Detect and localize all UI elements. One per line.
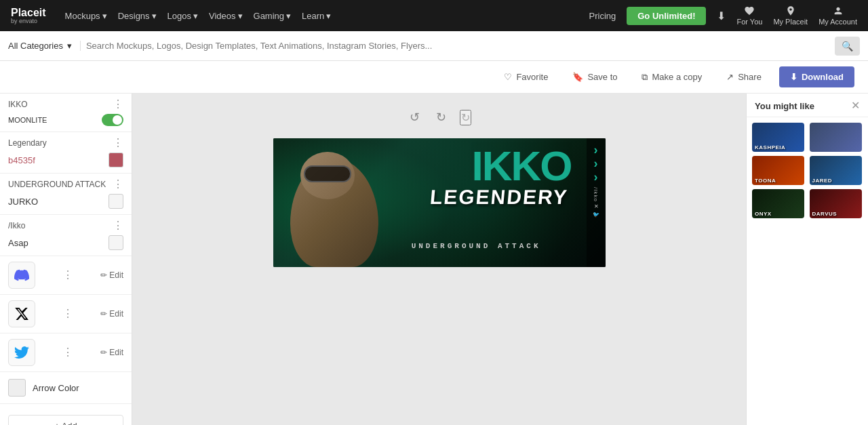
more-options-ikko[interactable]: ⋮ [113,99,123,110]
arrow-color-swatch[interactable] [8,379,26,397]
edit-twitter[interactable]: ✏ Edit [100,348,123,357]
bookmark-icon: 🔖 [572,72,583,82]
font-row-ikko: MOONLITE [8,114,123,126]
go-unlimited-button[interactable]: Go Unlimited! [627,7,706,25]
nav-right: Pricing Go Unlimited! ⬇ For You My Place… [589,5,858,26]
canvas-area: ↺ ↻ ↻ IKKO LEGENDERY UNDERGROUND ATTACK … [132,94,746,425]
nav-learn[interactable]: Learn ▾ [302,11,331,21]
share-button[interactable]: ↗ Share [719,68,768,86]
logo[interactable]: Placeit by envato [11,7,46,24]
pricing-link[interactable]: Pricing [589,11,616,21]
heart-icon [744,5,755,16]
download-icon: ⬇ [790,72,797,82]
search-bar: All Categories ▾ 🔍 [0,31,868,61]
font-asap: Asap [8,238,28,248]
panel-section-ikko2: /Ikko ⋮ Asap [0,215,132,256]
download-icon[interactable]: ⬇ [717,9,726,22]
logo-name: Placeit [11,7,46,18]
heart-icon: ♡ [504,72,512,82]
search-input[interactable] [86,41,829,51]
chevron-down-icon: ▾ [286,11,291,21]
add-button[interactable]: + Add [8,415,123,425]
download-button[interactable]: ⬇ Download [779,66,854,87]
thumb-label-4: JARED [812,178,833,184]
more-options-twitter[interactable]: ⋮ [62,347,73,358]
favorite-button[interactable]: ♡ Favorite [497,68,555,86]
nav-mockups[interactable]: Mockups ▾ [65,11,107,21]
redo-button[interactable]: ↻ [433,107,449,127]
pencil-icon: ✏ [100,309,107,319]
category-select[interactable]: All Categories ▾ [8,41,81,51]
chevron-down-icon: ▾ [152,11,157,21]
thumbnail-kashpeia[interactable]: KASHPEIA [752,123,804,152]
discord-icon [14,268,29,283]
edit-x[interactable]: ✏ Edit [100,309,123,319]
refresh-button[interactable]: ↻ [460,110,471,125]
arrow-color-label: Arrow Color [33,383,79,393]
section-header-legendary: Legendary ⋮ [8,138,123,148]
more-options-ikko2[interactable]: ⋮ [113,220,123,231]
canvas-title-legendery: LEGENDERY [429,186,569,209]
chevron-down-icon: ▾ [238,11,243,21]
more-options-legendary[interactable]: ⋮ [113,138,123,148]
nav-videos[interactable]: Videos ▾ [209,11,243,21]
section-header-underground: UNDERGROUND ATTACK ⋮ [8,179,123,190]
thumbnail-jared[interactable]: JARED [810,156,862,185]
nav-logos[interactable]: Logos ▾ [167,11,198,21]
color-swatch-ikko2[interactable] [108,235,123,250]
undo-button[interactable]: ↺ [407,107,422,127]
section-title-ikko: IKKO [8,100,28,109]
color-swatch-legendary[interactable] [108,153,123,167]
close-right-panel-button[interactable]: ✕ [851,100,860,111]
twitter-icon-wrap[interactable] [8,339,35,366]
arrow-chevron-3: › [594,171,598,183]
main-layout: IKKO ⋮ MOONLITE Legendary ⋮ b4535f UNDER… [0,94,868,425]
chevron-down-icon: ▾ [193,11,198,21]
nav-designs[interactable]: Designs ▾ [118,11,157,21]
x-social-icon-small: ✕ [593,203,599,209]
x-icon-wrap[interactable] [8,300,35,327]
font-legendary: b4535f [8,155,35,165]
more-options-x[interactable]: ⋮ [62,308,73,319]
share-icon: ↗ [726,72,734,82]
top-navigation: Placeit by envato Mockups ▾ Designs ▾ Lo… [0,0,868,31]
search-button[interactable]: 🔍 [835,37,860,56]
pencil-icon: ✏ [100,270,107,280]
font-row-underground: JURKO [8,194,123,209]
copy-icon: ⧉ [642,72,648,83]
social-section-x: ⋮ ✏ Edit [0,295,132,333]
x-icon [14,306,29,321]
character-illustration [277,142,409,267]
discord-icon-wrap[interactable] [8,262,35,289]
logo-sub: by envato [11,18,46,24]
my-account-nav[interactable]: My Account [818,5,857,26]
font-row-ikko2: Asap [8,235,123,250]
edit-discord[interactable]: ✏ Edit [100,270,123,280]
nav-gaming[interactable]: Gaming ▾ [254,11,292,21]
thumbnails-grid: KASHPEIA TOONA JARED ONYX DARVUS [747,117,868,224]
section-title-ikko2: /Ikko [8,221,25,230]
thumbnail-onyx[interactable]: ONYX [752,189,804,218]
section-header-ikko: IKKO ⋮ [8,99,123,110]
arrow-chevron-2: › [594,157,598,169]
chevron-down-icon: ▾ [67,41,72,51]
nav-items: Mockups ▾ Designs ▾ Logos ▾ Videos ▾ Gam… [65,11,576,21]
thumbnail-toona[interactable]: TOONA [752,156,804,185]
thumbnail-2[interactable] [810,123,862,152]
twitter-icon [14,345,29,360]
thumbnail-darvus[interactable]: DARVUS [810,189,862,218]
moonlite-toggle[interactable] [102,114,123,126]
more-options-discord[interactable]: ⋮ [62,270,73,281]
color-swatch-underground[interactable] [108,194,123,209]
more-options-underground[interactable]: ⋮ [113,179,123,190]
font-row-legendary: b4535f [8,153,123,167]
for-you-nav[interactable]: For You [736,5,762,26]
make-copy-button[interactable]: ⧉ Make a copy [635,68,709,87]
font-jurko: JURKO [8,197,38,207]
my-placeit-nav[interactable]: My Placeit [773,5,808,26]
right-panel: You might like ✕ KASHPEIA TOONA JARED ON… [746,94,868,425]
canvas-subtitle: UNDERGROUND ATTACK [412,242,541,250]
panel-section-legendary: Legendary ⋮ b4535f [0,132,132,174]
panel-section-underground: UNDERGROUND ATTACK ⋮ JURKO [0,174,132,215]
save-to-button[interactable]: 🔖 Save to [566,68,624,86]
